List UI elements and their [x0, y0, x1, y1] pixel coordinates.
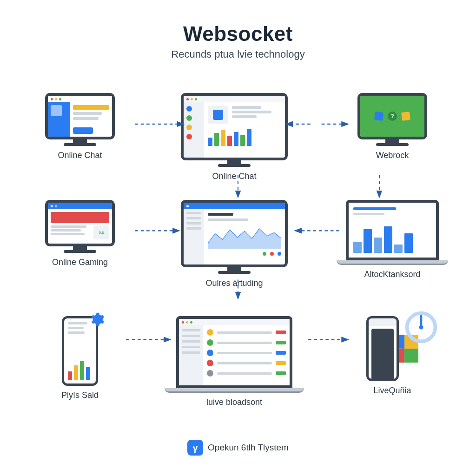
cell-webrock: ? Webrock [357, 93, 427, 160]
cell-online-chat-left: Online Chat [45, 93, 115, 160]
monitor-icon: ? [357, 93, 427, 146]
cell-online-gaming: 5.6 Online Gaming [45, 200, 115, 267]
cell-phone-left: Plyís Sald [61, 316, 99, 400]
svg-marker-0 [208, 229, 281, 249]
cell-center-trading: Oulres ártuding [181, 200, 288, 288]
area-chart-icon [208, 224, 281, 249]
header: Websocket Recunds ptua lvie technology [0, 0, 476, 60]
bar-chart-icon [353, 225, 431, 253]
cell-label: Oulres ártuding [205, 278, 263, 288]
page-subtitle: Recunds ptua lvie technology [0, 48, 476, 60]
phone-pie-icon [366, 316, 418, 381]
footer-text: Opekun 6tlh Tlystem [208, 443, 289, 453]
bar-chart-icon [68, 359, 92, 380]
cell-phone-right: LiveQuñia [366, 316, 418, 396]
monitor-icon [181, 93, 288, 167]
laptop-icon [337, 200, 448, 265]
monitor-icon: 5.6 [45, 200, 115, 253]
svg-point-7 [419, 325, 423, 329]
diagram-grid: Online Chat [28, 93, 448, 409]
footer: γ Opekun 6tlh Tlystem [0, 440, 476, 456]
cell-label: Online Gaming [52, 258, 108, 267]
cell-label: Online Chat [212, 172, 256, 181]
cell-label: Online Chat [58, 151, 102, 160]
monitor-icon [45, 93, 115, 146]
cell-laptop-barchart: AltocKtanksord [337, 200, 448, 279]
cell-online-chat-center: Online Chat [181, 93, 288, 181]
footer-logo-icon: γ [187, 440, 203, 456]
phone-icon [62, 316, 98, 386]
cell-label: LiveQuñia [373, 386, 411, 396]
gear-icon [89, 311, 105, 327]
laptop-icon [165, 316, 304, 393]
cell-laptop-list: luive bloadsont [165, 316, 304, 407]
cell-label: AltocKtanksord [364, 270, 420, 279]
cell-label: Webrock [376, 151, 409, 160]
page-title: Websocket [0, 22, 476, 46]
monitor-icon [181, 200, 288, 274]
bar-chart-icon [208, 127, 281, 146]
cell-label: luive bloadsont [206, 397, 262, 407]
cell-label: Plyís Sald [61, 390, 99, 400]
gauge-icon [403, 310, 439, 345]
